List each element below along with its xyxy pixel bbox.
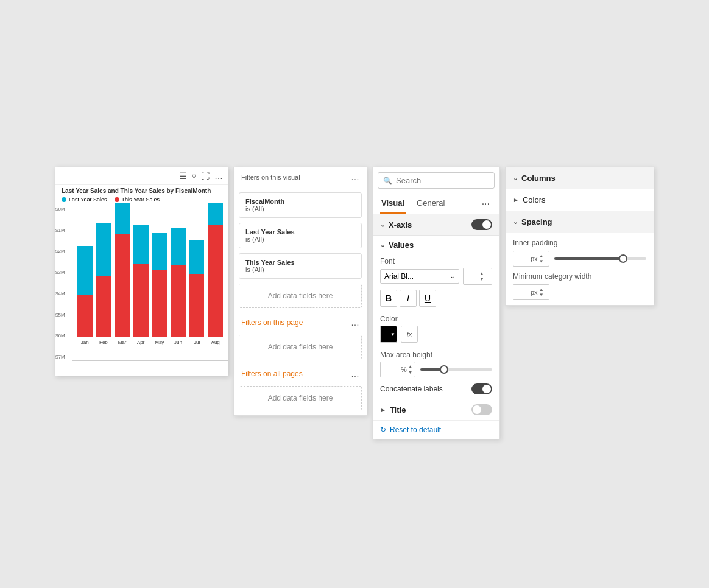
expand-icon[interactable]: ⛶ xyxy=(201,171,210,181)
font-name: Arial Bl... xyxy=(384,272,414,281)
xaxis-section-header[interactable]: ⌄ X-axis xyxy=(373,214,499,236)
colors-row[interactable]: ► Colors xyxy=(506,189,654,211)
filter-this-year-value: is (All) xyxy=(245,266,355,273)
max-area-input[interactable]: 33 % ▲ ▼ xyxy=(380,362,415,377)
filters-all-pages-header: Filters on all pages … xyxy=(234,364,367,381)
filter-fiscal-month-title: FiscalMonth xyxy=(245,198,355,205)
y-label-6: $6M xyxy=(55,333,72,338)
max-area-spinner[interactable]: ▲ ▼ xyxy=(408,364,413,375)
max-area-slider-track[interactable] xyxy=(420,368,492,371)
bar-stack-mar xyxy=(115,203,130,337)
bar-stack-jan xyxy=(77,203,93,337)
color-row: Color ▼ fx xyxy=(373,312,499,348)
font-select[interactable]: Arial Bl... ⌄ xyxy=(380,269,459,284)
min-cat-unit: px xyxy=(531,289,538,296)
spacing-chevron-icon: ⌄ xyxy=(513,219,518,225)
y-label-7: $7M xyxy=(55,354,72,360)
italic-button[interactable]: I xyxy=(400,290,417,307)
filter-last-year-sales[interactable]: Last Year Sales is (All) xyxy=(239,223,362,248)
filter-fiscal-month[interactable]: FiscalMonth is (All) xyxy=(239,192,362,218)
filters-visual-label: Filters on this visual xyxy=(241,173,300,181)
y-label-5: $5M xyxy=(55,312,72,318)
legend-label-last-year: Last Year Sales xyxy=(69,197,107,203)
inner-padding-slider-track[interactable] xyxy=(554,257,646,260)
concat-label: Concatenate labels xyxy=(380,385,443,393)
filter-add-page[interactable]: Add data fields here xyxy=(239,335,362,359)
font-size-field[interactable]: 14 xyxy=(466,272,479,281)
underline-button[interactable]: U xyxy=(419,290,436,307)
concat-toggle-dot xyxy=(482,385,491,393)
title-label: Title xyxy=(390,405,406,415)
bar-this-year-may xyxy=(152,270,168,337)
xaxis-chevron-icon: ⌄ xyxy=(380,222,385,228)
inner-padding-slider-thumb[interactable] xyxy=(619,254,627,263)
color-dropdown-icon: ▼ xyxy=(390,332,395,337)
filters-all-more[interactable]: … xyxy=(351,369,359,379)
max-area-label: Max area height xyxy=(380,351,432,359)
format-buttons: B I U xyxy=(380,290,492,307)
font-size-spinner[interactable]: ▲ ▼ xyxy=(479,271,484,282)
filter-add-visual[interactable]: Add data fields here xyxy=(239,284,362,308)
reset-icon: ↻ xyxy=(380,425,386,434)
search-bar[interactable]: 🔍 xyxy=(378,172,495,189)
more-icon[interactable]: … xyxy=(214,171,223,181)
min-cat-spinner[interactable]: ▲ ▼ xyxy=(539,287,544,298)
format-panel: 🔍 Visual General ··· ⌄ X-axis ⌄ Values xyxy=(372,167,500,439)
bar-label-mar: Mar xyxy=(118,340,127,345)
bar-last-year-feb xyxy=(96,223,111,276)
title-chevron-icon: ► xyxy=(380,407,386,413)
min-cat-field[interactable]: 20 xyxy=(516,288,531,296)
chart-title: Last Year Sales and This Year Sales by F… xyxy=(55,185,228,195)
filters-page-more[interactable]: … xyxy=(351,318,359,327)
columns-panel: ⌄ Columns ► Colors ⌄ Spacing Inner paddi… xyxy=(505,167,654,306)
concat-toggle[interactable] xyxy=(471,383,492,394)
font-label: Font xyxy=(380,257,492,265)
max-area-slider-thumb[interactable] xyxy=(440,365,448,374)
filter-add-all[interactable]: Add data fields here xyxy=(239,386,362,410)
bold-button[interactable]: B xyxy=(380,290,397,307)
columns-section-header[interactable]: ⌄ Columns xyxy=(506,167,654,189)
max-area-slider-row: 33 % ▲ ▼ xyxy=(380,362,492,377)
xaxis-toggle[interactable] xyxy=(471,219,492,230)
tab-more-icon[interactable]: ··· xyxy=(479,196,492,212)
values-chevron-icon: ⌄ xyxy=(380,242,385,248)
title-section[interactable]: ► Title xyxy=(373,399,499,420)
filter-last-year-value: is (All) xyxy=(245,236,355,243)
values-subsection[interactable]: ⌄ Values xyxy=(373,236,499,254)
bar-label-jul: Jul xyxy=(194,340,200,345)
min-cat-input[interactable]: 20 px ▲ ▼ xyxy=(513,284,549,300)
legend-dot-this-year xyxy=(115,197,119,202)
filters-visual-more[interactable]: … xyxy=(351,172,359,182)
bar-this-year-apr xyxy=(133,264,149,337)
search-input[interactable] xyxy=(396,176,489,185)
xaxis-toggle-dot xyxy=(482,220,491,229)
max-area-field[interactable]: 33 xyxy=(383,365,400,374)
tab-bar: Visual General ··· xyxy=(373,194,499,214)
inner-padding-input[interactable]: 40 px ▲ ▼ xyxy=(513,251,549,267)
y-label-3: $3M xyxy=(55,270,72,275)
chart-panel: ☰ ▿ ⛶ … Last Year Sales and This Year Sa… xyxy=(55,167,228,376)
font-size-input[interactable]: 14 ▲ ▼ xyxy=(463,268,492,285)
filter-icon[interactable]: ▿ xyxy=(192,171,196,181)
bar-group-aug: Aug xyxy=(208,203,223,345)
columns-chevron-icon: ⌄ xyxy=(513,175,518,181)
bar-label-apr: Apr xyxy=(137,340,144,345)
filter-this-year-sales[interactable]: This Year Sales is (All) xyxy=(239,253,362,279)
colors-chevron-icon: ► xyxy=(513,197,519,203)
tab-visual[interactable]: Visual xyxy=(380,194,406,214)
hamburger-icon[interactable]: ☰ xyxy=(179,171,187,181)
filter-fiscal-month-value: is (All) xyxy=(245,205,355,212)
inner-padding-spinner[interactable]: ▲ ▼ xyxy=(539,253,544,264)
xaxis-section-left: ⌄ X-axis xyxy=(380,220,412,229)
inner-padding-field[interactable]: 40 xyxy=(516,254,531,263)
spacing-section-header[interactable]: ⌄ Spacing xyxy=(506,211,654,233)
reset-row[interactable]: ↻ Reset to default xyxy=(373,420,499,439)
tab-general[interactable]: General xyxy=(415,194,446,214)
bar-group-jan: Jan xyxy=(77,203,93,345)
reset-label: Reset to default xyxy=(390,425,441,434)
filters-visual-header: Filters on this visual … xyxy=(234,167,367,187)
fx-button[interactable]: fx xyxy=(401,326,418,343)
min-cat-row: Minimum category width 20 px ▲ ▼ xyxy=(506,269,654,305)
title-toggle[interactable] xyxy=(471,404,492,415)
color-swatch[interactable]: ▼ xyxy=(380,326,397,343)
